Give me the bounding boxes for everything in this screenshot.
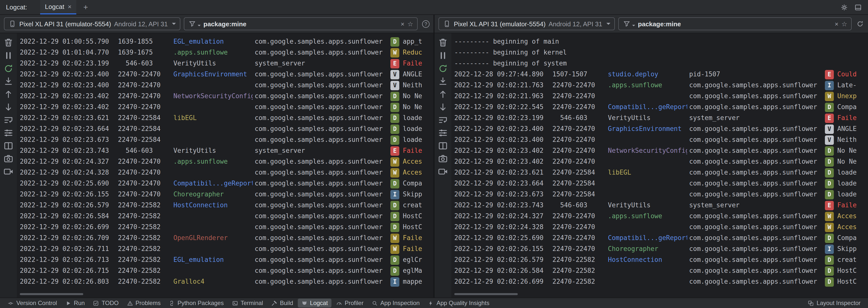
- status-item-build[interactable]: Build: [268, 299, 297, 308]
- log-row[interactable]: 2022-12-29 02:02:23.40022470-22470com.go…: [454, 134, 868, 145]
- log-row[interactable]: 2022-12-29 02:02:26.58422470-22582com.go…: [454, 265, 868, 276]
- next-occurrence-icon[interactable]: [3, 102, 14, 113]
- log-row[interactable]: 2022-12-29 02:02:23.40022470-22470Graphi…: [20, 69, 434, 80]
- log-row[interactable]: 2022-12-29 02:02:23.40222470-22470Networ…: [20, 91, 434, 102]
- log-row[interactable]: 2022-12-29 02:02:26.71322470-22582EGL_em…: [20, 254, 434, 265]
- log-row[interactable]: 2022-12-29 02:02:26.57922470-22582HostCo…: [454, 254, 868, 265]
- log-row[interactable]: 2022-12-29 02:02:23.40222470-22470Networ…: [454, 145, 868, 156]
- split-panels-icon[interactable]: [3, 140, 14, 151]
- status-item-app-quality-insights[interactable]: App Quality Insights: [424, 299, 493, 308]
- settings-gear-icon[interactable]: [840, 3, 848, 11]
- restart-logcat-icon[interactable]: [3, 63, 14, 74]
- horizontal-scrollbar[interactable]: [454, 293, 518, 295]
- log-row[interactable]: 2022-12-29 02:02:23.40222470-22470com.go…: [454, 156, 868, 167]
- device-selector[interactable]: Pixel XL API 31 (emulator-5554) Android …: [4, 17, 180, 30]
- next-occurrence-icon[interactable]: [437, 102, 448, 113]
- filter-funnel-icon[interactable]: [622, 20, 630, 28]
- status-item-problems[interactable]: Problems: [123, 299, 164, 308]
- status-item-app-inspection[interactable]: App Inspection: [368, 299, 423, 308]
- status-item-python-packages[interactable]: Python Packages: [165, 299, 227, 308]
- log-row[interactable]: 2022-12-29 02:02:25.69022470-22470Compat…: [20, 178, 434, 189]
- log-row[interactable]: 2022-12-29 02:02:25.69022470-22470Compat…: [454, 233, 868, 244]
- pause-logcat-icon[interactable]: [3, 50, 14, 61]
- filter-funnel-icon[interactable]: [188, 20, 196, 28]
- log-row[interactable]: 2022-12-29 01:00:55.7901639-1855EGL_emul…: [20, 36, 434, 47]
- close-tab-icon[interactable]: ×: [68, 3, 71, 10]
- log-area[interactable]: --------- beginning of main--------- beg…: [451, 33, 868, 298]
- log-row[interactable]: 2022-12-29 02:02:23.62122470-22584libEGL…: [454, 167, 868, 178]
- log-row[interactable]: 2022-12-29 02:02:24.32822470-22470com.go…: [454, 222, 868, 233]
- log-row[interactable]: 2022-12-29 02:02:23.743 546-603VerityUti…: [20, 145, 434, 156]
- log-row[interactable]: 2022-12-29 02:02:26.15522470-22470Choreo…: [454, 244, 868, 254]
- log-row[interactable]: 2022-12-29 02:02:26.58422470-22582com.go…: [20, 211, 434, 222]
- log-row[interactable]: 2022-12-29 02:02:23.67322470-22584com.go…: [20, 134, 434, 145]
- log-row[interactable]: 2022-12-29 02:02:23.66422470-22584com.go…: [454, 178, 868, 189]
- previous-occurrence-icon[interactable]: [437, 89, 448, 100]
- log-row[interactable]: 2022-12-29 02:02:23.67322470-22584com.go…: [454, 189, 868, 200]
- log-row[interactable]: 2022-12-29 02:02:21.76322470-22470.apps.…: [454, 80, 868, 91]
- status-item-logcat[interactable]: Logcat: [298, 299, 331, 308]
- scroll-to-end-icon[interactable]: [3, 76, 14, 87]
- refresh-icon[interactable]: [856, 20, 864, 28]
- favorite-filter-icon[interactable]: ☆: [407, 20, 413, 28]
- filter-input[interactable]: package:mine × ☆: [618, 17, 851, 30]
- window-options-icon[interactable]: [854, 3, 862, 11]
- log-row[interactable]: 2022-12-29 02:02:26.57922470-22582HostCo…: [20, 200, 434, 211]
- clear-filter-icon[interactable]: ×: [401, 20, 405, 28]
- clear-logcat-icon[interactable]: [437, 37, 448, 48]
- status-item-version-control[interactable]: Version Control: [4, 299, 60, 308]
- log-row[interactable]: 2022-12-29 02:02:23.40022470-22470com.go…: [20, 80, 434, 91]
- log-row[interactable]: 2022-12-29 02:02:26.69922470-22582com.go…: [454, 276, 868, 287]
- screenshot-icon[interactable]: [437, 153, 448, 164]
- status-item-profiler[interactable]: Profiler: [332, 299, 367, 308]
- log-row[interactable]: 2022-12-29 02:02:26.71122470-22582com.go…: [20, 244, 434, 254]
- status-item-layout-inspector[interactable]: Layout Inspector: [804, 299, 864, 308]
- add-tab-button[interactable]: +: [81, 3, 91, 12]
- clear-logcat-icon[interactable]: [3, 37, 14, 48]
- log-row[interactable]: 2022-12-29 02:02:26.15522470-22470Choreo…: [20, 189, 434, 200]
- log-row[interactable]: 2022-12-29 02:02:21.96322470-22470com.go…: [454, 91, 868, 102]
- previous-occurrence-icon[interactable]: [3, 89, 14, 100]
- restart-logcat-icon[interactable]: [437, 63, 448, 74]
- log-row[interactable]: 2022-12-29 02:02:26.69922470-22582com.go…: [20, 222, 434, 233]
- status-item-run[interactable]: Run: [61, 299, 88, 308]
- screen-record-icon[interactable]: [3, 166, 14, 177]
- log-row[interactable]: 2022-12-29 02:02:26.71522470-22582com.go…: [20, 265, 434, 276]
- formatting-options-icon[interactable]: [3, 128, 14, 138]
- log-row[interactable]: 2022-12-29 02:02:23.66422470-22584com.go…: [20, 123, 434, 134]
- log-row[interactable]: 2022-12-29 02:02:24.32722470-22470.apps.…: [454, 211, 868, 222]
- horizontal-scrollbar[interactable]: [20, 293, 83, 295]
- formatting-options-icon[interactable]: [437, 128, 448, 138]
- filter-input[interactable]: package:mine × ☆: [184, 17, 417, 30]
- log-area[interactable]: 2022-12-29 01:00:55.7901639-1855EGL_emul…: [17, 33, 434, 298]
- status-item-terminal[interactable]: Terminal: [228, 299, 267, 308]
- clear-filter-icon[interactable]: ×: [835, 20, 839, 28]
- log-row[interactable]: --------- beginning of kernel: [454, 47, 868, 58]
- tab-logcat[interactable]: Logcat ×: [40, 0, 76, 15]
- log-row[interactable]: 2022-12-29 02:02:23.199 546-603VerityUti…: [20, 58, 434, 69]
- log-row[interactable]: 2022-12-29 02:02:24.32722470-22470.apps.…: [20, 156, 434, 167]
- scroll-to-end-icon[interactable]: [437, 76, 448, 87]
- log-row[interactable]: 2022-12-29 02:02:23.743 546-603VerityUti…: [454, 200, 868, 211]
- help-icon[interactable]: ?: [422, 20, 430, 28]
- log-row[interactable]: 2022-12-29 02:02:23.199 546-603VerityUti…: [454, 113, 868, 123]
- log-row[interactable]: 2022-12-29 02:02:24.32822470-22470com.go…: [20, 167, 434, 178]
- status-item-todo[interactable]: TODO: [89, 299, 122, 308]
- favorite-filter-icon[interactable]: ☆: [841, 20, 847, 28]
- screenshot-icon[interactable]: [3, 153, 14, 164]
- log-row[interactable]: 2022-12-29 02:02:23.40022470-22470Graphi…: [454, 123, 868, 134]
- log-row[interactable]: 2022-12-29 02:02:26.80322470-22582Grallo…: [20, 276, 434, 287]
- soft-wrap-icon[interactable]: [437, 115, 448, 125]
- device-selector[interactable]: Pixel XL API 31 (emulator-5554) Android …: [438, 17, 615, 30]
- log-row[interactable]: 2022-12-29 02:02:23.62122470-22584libEGL…: [20, 113, 434, 123]
- split-panels-icon[interactable]: [437, 140, 448, 151]
- log-row[interactable]: --------- beginning of system: [454, 58, 868, 69]
- soft-wrap-icon[interactable]: [3, 115, 14, 125]
- log-row[interactable]: 2022-12-28 09:27:44.8901507-1507studio.d…: [454, 69, 868, 80]
- pause-logcat-icon[interactable]: [437, 50, 448, 61]
- screen-record-icon[interactable]: [437, 166, 448, 177]
- log-row[interactable]: 2022-12-29 02:02:22.54522470-22470Compat…: [454, 102, 868, 113]
- log-row[interactable]: 2022-12-29 01:01:04.7701639-1675.apps.su…: [20, 47, 434, 58]
- log-row[interactable]: 2022-12-29 02:02:23.40222470-22470com.go…: [20, 102, 434, 113]
- log-row[interactable]: --------- beginning of main: [454, 36, 868, 47]
